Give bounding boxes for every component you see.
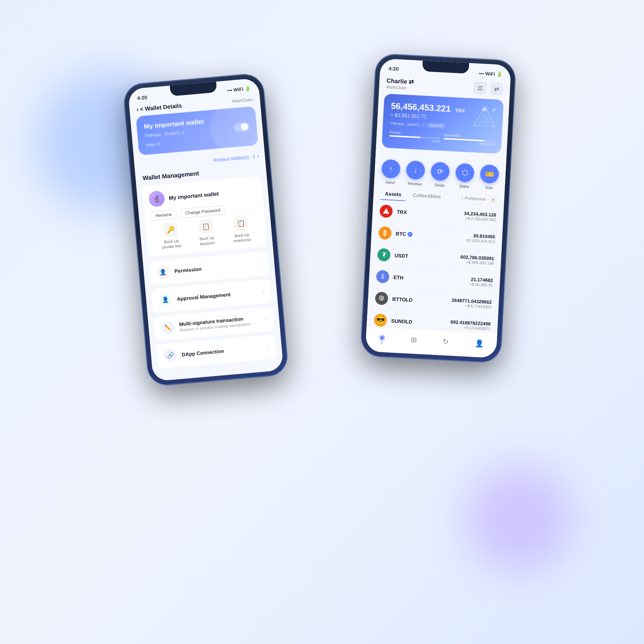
- nav-collections[interactable]: ⊞: [411, 335, 417, 344]
- add-asset-button[interactable]: +: [489, 196, 497, 204]
- permission-icon: 👤: [156, 265, 170, 279]
- send-action[interactable]: ↑ Send: [381, 159, 401, 185]
- nav-activity[interactable]: ↻: [443, 337, 449, 346]
- trx-name: TRX: [397, 209, 407, 215]
- sunold-name: SUNOLD: [391, 318, 413, 325]
- wallet-avatar: 🔮: [148, 190, 165, 208]
- permission-chevron: ›: [259, 260, 262, 267]
- collections-nav-icon: ⊞: [411, 335, 417, 344]
- balance-amount: 56,456,453.221: [391, 101, 451, 114]
- tab-collectibles[interactable]: Collectibles: [408, 189, 445, 203]
- address-copy-icon[interactable]: ⎘: [422, 123, 425, 127]
- usdt-icon: ₮: [377, 248, 391, 262]
- right-status-icons: ▪▪▪ WiFi 🔋: [479, 70, 502, 77]
- back-button[interactable]: ‹ < Wallet Details: [136, 103, 182, 113]
- bttold-icon: Ⓑ: [375, 292, 389, 306]
- battery-icon: 🔋: [244, 86, 250, 91]
- receive-action[interactable]: ↓ Receive: [405, 161, 425, 187]
- stake-action[interactable]: ⬡ Stake: [455, 163, 475, 189]
- backup-mnemonic-label: Back Upmnemonic: [233, 232, 252, 244]
- btc-name: BTC ✓: [396, 231, 413, 237]
- approval-label: Approval Management: [177, 289, 257, 302]
- balance-address: THPwer...5wtfYC ⎘ Non-HD: [390, 121, 464, 130]
- resource-bars: Energy 37/60 Bandwidth 4000/5000: [389, 130, 495, 146]
- chain-label: MainChain: [232, 97, 253, 104]
- activity-nav-icon: ↻: [443, 337, 449, 346]
- backup-mnemonic-icon: 📋: [233, 216, 249, 231]
- balance-currency: TRX: [455, 107, 465, 113]
- trx-amounts: 34,234,453.126 ≈$ 2,760,842,982: [464, 211, 497, 222]
- non-hd-badge: Non-HD: [426, 122, 445, 129]
- energy-bar: Energy 37/60: [389, 130, 440, 143]
- eth-usd: ≈$ 85,885.35: [470, 282, 493, 287]
- approval-icon: 👤: [158, 293, 172, 307]
- right-phone-screen: 4:20 ▪▪▪ WiFi 🔋 Charlie ⇄ MainChain ⊡: [365, 58, 511, 358]
- menu-button[interactable]: ⇄: [490, 82, 503, 96]
- stake-button[interactable]: ⬡: [455, 163, 475, 183]
- multisig-chevron: ›: [264, 316, 267, 322]
- approval-chevron: ›: [262, 288, 264, 294]
- scan-button[interactable]: ⊡: [473, 81, 487, 95]
- backup-key-icon: 🔑: [163, 222, 178, 237]
- tab-actions: ↕ Preference +: [461, 194, 497, 204]
- right-wifi-icon: WiFi: [485, 71, 495, 77]
- eth-icon: Ξ: [376, 270, 390, 284]
- send-button[interactable]: ↑: [381, 159, 401, 179]
- copy-icon[interactable]: ⎘: [181, 130, 184, 135]
- wallet-card-name: My important wallet: [143, 114, 249, 131]
- nav-title: < Wallet Details: [140, 103, 182, 113]
- dapp-label: DApp Connection: [181, 345, 262, 357]
- right-signal-icon: ▪▪▪: [479, 70, 484, 76]
- toggle-switch[interactable]: [233, 122, 250, 132]
- wallet-name-text: My important wallet: [169, 187, 257, 201]
- left-status-time: 4:20: [137, 94, 147, 101]
- dapp-chevron: ›: [267, 344, 269, 350]
- sunold-icon: 😎: [374, 313, 387, 327]
- left-phone-screen: 4:20 ▪▪▪ WiFi 🔋 ‹ < Wallet Details MainC…: [128, 78, 284, 382]
- backup-mnemonic[interactable]: 📋 Back Upmnemonic: [231, 215, 252, 244]
- backup-private-key[interactable]: 🔑 Back Upprivate key: [160, 221, 182, 250]
- assets-nav-dot: [381, 342, 382, 343]
- signal-icon: ▪▪▪: [227, 87, 232, 93]
- bttold-name: BTTOLD: [392, 296, 413, 303]
- dapp-icon: 🔗: [164, 348, 177, 362]
- sunold-amounts: 692.418878222498 ≈$ 13.5483871: [450, 319, 491, 331]
- tron-decoration: [472, 104, 498, 131]
- tab-assets[interactable]: Assets: [380, 188, 406, 201]
- toggle-knob: [240, 123, 248, 131]
- asset-list: TRX 34,234,453.126 ≈$ 2,760,842,982 ₿ BT…: [366, 200, 504, 338]
- assets-nav-icon: ◉: [379, 332, 385, 341]
- vote-action[interactable]: 🎫 Vote: [479, 164, 499, 190]
- phones-container: 4:20 ▪▪▪ WiFi 🔋 ‹ < Wallet Details MainC…: [125, 36, 519, 608]
- vote-button[interactable]: 🎫: [480, 164, 499, 184]
- user-info: Charlie ⇄ MainChain: [386, 77, 414, 91]
- send-label: Send: [385, 180, 395, 185]
- vote-label: Vote: [485, 185, 493, 190]
- btc-icon: ₿: [378, 226, 392, 240]
- wifi-icon: WiFi: [233, 86, 244, 92]
- nav-profile[interactable]: 👤: [475, 338, 484, 347]
- receive-label: Receive: [408, 181, 422, 186]
- swap-label: Swap: [434, 183, 444, 187]
- bttold-amounts: 2648771.04328662 ≈$ 6.77419355: [452, 297, 492, 309]
- swap-button[interactable]: ⟳: [430, 162, 450, 181]
- profile-nav-icon: 👤: [475, 338, 484, 347]
- backup-keystore[interactable]: 📋 Back Upkeystore: [198, 219, 215, 247]
- svg-marker-2: [383, 208, 390, 214]
- backup-key-label: Back Upprivate key: [162, 238, 181, 250]
- usdt-amounts: 602,786.035091 ≈$ 606,000.199: [460, 254, 494, 265]
- right-battery-icon: 🔋: [496, 72, 502, 77]
- right-status-time: 4:20: [389, 65, 399, 72]
- svg-marker-1: [477, 109, 492, 125]
- action-buttons: ↑ Send ↓ Receive ⟳ Swap ⬡ Stake: [374, 153, 507, 194]
- nav-assets[interactable]: ◉: [379, 332, 385, 343]
- trx-icon: [379, 205, 393, 218]
- header-actions: ⊡ ⇄: [473, 81, 503, 96]
- swap-action[interactable]: ⟳ Swap: [430, 162, 450, 188]
- btc-verified: ✓: [407, 232, 413, 237]
- backup-keystore-icon: 📋: [198, 219, 214, 234]
- preference-button[interactable]: ↕ Preference: [461, 196, 486, 202]
- bandwidth-bar: Bandwidth 4000/5000: [444, 133, 494, 146]
- receive-button[interactable]: ↓: [406, 161, 425, 180]
- back-arrow: ‹: [136, 106, 139, 113]
